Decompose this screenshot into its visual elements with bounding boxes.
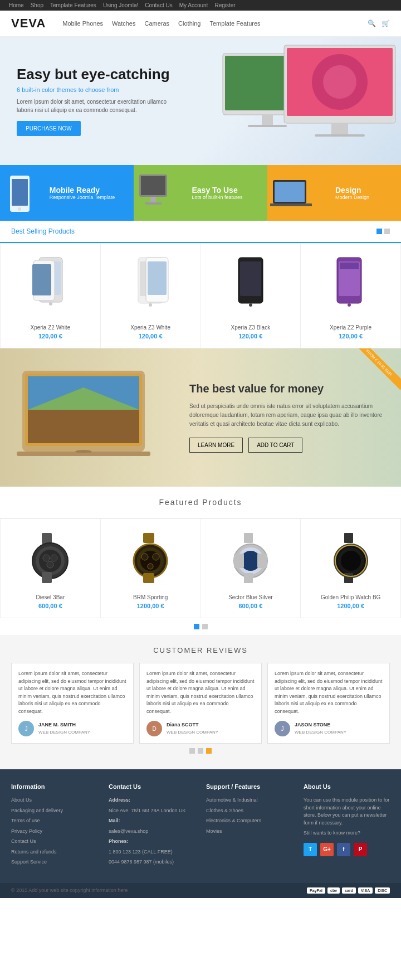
svg-point-45 (75, 450, 92, 453)
footer-info-heading: Information (11, 783, 97, 790)
footer-support-clothes[interactable]: Clothes & Shoes (206, 807, 292, 815)
svg-rect-54 (143, 533, 154, 543)
product-card-2[interactable]: Xperia Z3 White 120,00 € (101, 244, 201, 348)
review-dot-inactive[interactable] (189, 748, 195, 754)
svg-rect-15 (150, 197, 156, 202)
svg-rect-14 (141, 176, 165, 195)
product-img-4 (306, 252, 395, 319)
footer-link-packaging[interactable]: Packaging and delivery (11, 807, 97, 815)
product-card-1[interactable]: Xperia Z2 White 120,00 € (1, 244, 101, 348)
svg-rect-11 (12, 179, 28, 206)
featured-card-1[interactable]: Diesel 3Bar 600,00 € (1, 519, 101, 618)
svg-rect-62 (244, 533, 253, 543)
purchase-button[interactable]: PURCHASE NOW (17, 121, 81, 136)
featured-img-1 (6, 527, 95, 589)
review-dot-active[interactable] (206, 748, 212, 754)
review-card-3: Lorem ipsum dolor sit amet, consectetur … (267, 663, 390, 744)
pinterest-icon[interactable]: P (354, 843, 367, 856)
product-price-4: 120,00 € (306, 333, 395, 339)
topnav-template[interactable]: Template Features (50, 2, 96, 8)
topnav-home[interactable]: Home (9, 2, 24, 8)
review-text-1: Lorem ipsum dolor sit amet, consectetur … (18, 670, 126, 715)
cart-icon[interactable]: 🛒 (382, 20, 390, 27)
reviewer-company-1: WEB DESIGN COMPANY (38, 729, 90, 736)
top-nav: Home Shop Template Features Using Joomla… (0, 0, 401, 11)
featured-card-2[interactable]: BRM Sporting 1200,00 € (101, 519, 201, 618)
nav-clothing[interactable]: Clothing (178, 20, 200, 27)
footer-mail[interactable]: sales@veva.shop (109, 828, 195, 836)
featured-card-4[interactable]: Golden Philip Watch BG 1200,00 € (301, 519, 400, 618)
svg-rect-31 (240, 261, 261, 296)
topnav-register[interactable]: Register (214, 2, 235, 8)
tile-easy-subtitle: Lots of built-in features (192, 195, 242, 200)
svg-rect-2 (262, 115, 273, 125)
svg-point-22 (49, 302, 52, 305)
review-text-3: Lorem ipsum dolor sit amet, consectetur … (275, 670, 383, 715)
logo[interactable]: VEVA (11, 16, 46, 31)
featured-card-3[interactable]: Sector Blue Silver 600,00 € (201, 519, 301, 618)
footer-about-link[interactable]: Still wants to know more? (304, 829, 390, 837)
tile-design[interactable]: Design Modern Design (267, 165, 401, 221)
product-price-2: 120,00 € (106, 333, 195, 339)
footer-link-contact[interactable]: Contact Us (11, 838, 97, 846)
topnav-account[interactable]: My Account (179, 2, 208, 8)
footer-about-text: You can use this module position to for … (304, 797, 390, 827)
footer-support-electronics[interactable]: Electronics & Computers (206, 817, 292, 825)
product-card-3[interactable]: Xperia Z3 Black 120,00 € (201, 244, 301, 348)
phone-xperia-z2-purple-img (326, 255, 376, 316)
main-nav: VEVA Mobile Phones Watches Cameras Cloth… (0, 11, 401, 37)
learn-more-button[interactable]: LEARN MORE (189, 438, 243, 453)
svg-rect-73 (344, 573, 353, 583)
hero-image (206, 42, 401, 159)
bottom-bar: © 2015 Add your web site copyright infor… (0, 883, 401, 898)
tile-mobile-ready[interactable]: Mobile Ready Responsive Joomla Template (0, 165, 134, 221)
topnav-shop[interactable]: Shop (31, 2, 43, 8)
reviewer-name-3: JASON STONE (295, 721, 346, 729)
review-dot-inactive-2[interactable] (198, 748, 203, 754)
dot-inactive[interactable] (384, 229, 390, 234)
featured-img-2 (106, 527, 195, 589)
footer-about-heading: About Us (304, 783, 390, 790)
footer-support-automotive[interactable]: Automotive & Industrial (206, 797, 292, 804)
dot-active[interactable] (376, 229, 382, 234)
nav-mobile-phones[interactable]: Mobile Phones (62, 20, 103, 27)
svg-point-53 (47, 561, 53, 568)
nav-watches[interactable]: Watches (112, 20, 135, 27)
featured-dot-active[interactable] (194, 624, 199, 629)
svg-rect-66 (244, 573, 253, 583)
phone-xperia-z3-black-img (228, 255, 273, 316)
footer-link-about[interactable]: About Us (11, 797, 97, 804)
svg-point-27 (149, 303, 152, 307)
footer-col-contact: Contact Us Address: Nice Ave. 78/1 6M 78… (109, 783, 195, 869)
footer-link-terms[interactable]: Terms of use (11, 817, 97, 825)
facebook-icon[interactable]: f (337, 843, 350, 856)
footer-link-support[interactable]: Support Service (11, 858, 97, 866)
tile-easy-to-use[interactable]: Easy To Use Lots of built-in features (134, 165, 267, 221)
footer-col-info: Information About Us Packaging and deliv… (11, 783, 97, 869)
svg-rect-3 (248, 125, 287, 127)
hero-heading: Easy but eye-catching (17, 66, 184, 83)
nav-cameras[interactable]: Cameras (144, 20, 169, 27)
product-price-3: 120,00 € (207, 333, 295, 339)
svg-rect-41 (28, 410, 139, 443)
reviews-section: CUSTOMER REVIEWS Lorem ipsum dolor sit a… (0, 635, 401, 769)
review-text-2: Lorem ipsum dolor sit amet, consectetur … (146, 670, 255, 715)
footer-support-movies[interactable]: Movies (206, 828, 292, 836)
featured-name-3: Sector Blue Silver (207, 594, 295, 600)
featured-dot-inactive[interactable] (202, 624, 208, 629)
footer-link-returns[interactable]: Returns and refunds (11, 848, 97, 856)
topnav-contact[interactable]: Contact Us (145, 2, 172, 8)
product-card-4[interactable]: Xperia Z2 Purple 120,00 € (301, 244, 400, 348)
footer-link-privacy[interactable]: Privacy Policy (11, 828, 97, 836)
hero-text: Easy but eye-catching 6 built-in color t… (17, 66, 184, 136)
add-to-cart-button[interactable]: ADD TO CART (248, 438, 302, 453)
svg-rect-9 (315, 134, 365, 137)
product-price-1: 120,00 € (6, 333, 95, 339)
nav-template-features[interactable]: Template Features (209, 20, 260, 27)
google-plus-icon[interactable]: G+ (320, 843, 334, 856)
footer-address-label: Address: (109, 797, 195, 804)
topnav-joomla[interactable]: Using Joomla! (103, 2, 138, 8)
search-icon[interactable]: 🔍 (368, 20, 376, 27)
main-nav-links: Mobile Phones Watches Cameras Clothing T… (62, 20, 368, 27)
twitter-icon[interactable]: T (304, 843, 317, 856)
